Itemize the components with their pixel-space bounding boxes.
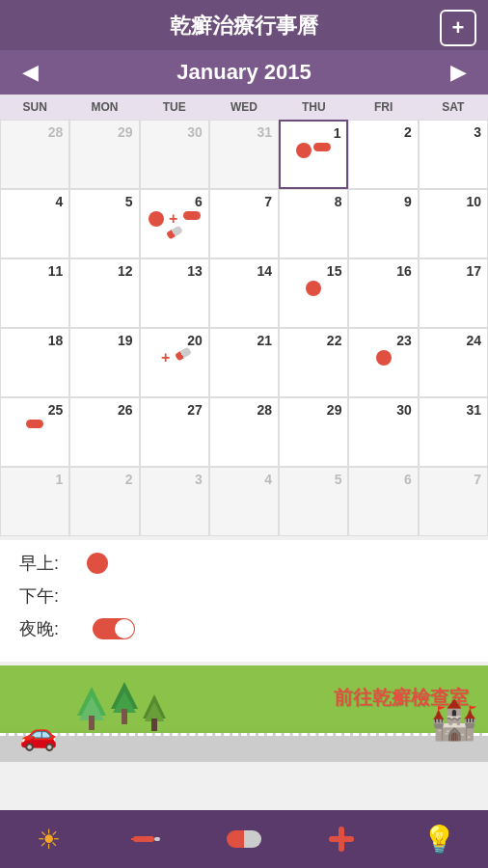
pill-red-icon [313, 143, 331, 151]
svg-rect-8 [151, 719, 157, 731]
morning-row: 早上: [19, 552, 469, 575]
banner-road [0, 733, 488, 762]
tree-1-icon [77, 687, 106, 735]
weekday-sun: SUN [0, 95, 69, 120]
cal-cell[interactable]: 9 [348, 189, 418, 258]
cal-cell[interactable]: 28 [209, 397, 279, 467]
svg-rect-13 [329, 836, 354, 842]
svg-rect-2 [89, 716, 95, 730]
weekday-thu: THU [279, 95, 348, 120]
cal-cell[interactable]: 3 [140, 467, 209, 536]
cal-cell[interactable]: 30 [140, 120, 209, 189]
cal-cell[interactable]: 2 [69, 467, 139, 536]
cal-cell[interactable]: 12 [69, 258, 139, 328]
afternoon-label: 下午: [19, 584, 87, 608]
cal-cell[interactable]: 17 [419, 258, 488, 328]
cal-cell[interactable]: 7 [419, 467, 488, 536]
month-title: January 2015 [176, 60, 311, 85]
cal-cell[interactable]: 6 [348, 467, 418, 536]
info-section: 早上: 下午: 夜晚: [0, 540, 488, 662]
add-button[interactable]: + [440, 10, 476, 46]
cal-cell[interactable]: 19 [69, 328, 139, 397]
dot-red-icon [306, 281, 321, 296]
svg-rect-10 [154, 837, 160, 841]
cell-icons: + [145, 350, 204, 366]
promo-banner[interactable]: 🚗 前往乾癬檢查室 🏰 [0, 665, 488, 762]
morning-label: 早上: [19, 552, 87, 575]
cal-cell[interactable]: 31 [209, 120, 279, 189]
prev-month-button[interactable]: ◀ [15, 60, 44, 85]
afternoon-row: 下午: [19, 584, 469, 608]
pill-red-icon [183, 211, 201, 220]
cal-cell[interactable]: 4 [209, 467, 279, 536]
cell-icons [353, 350, 413, 366]
castle-icon: 🏰 [430, 697, 478, 743]
weekday-header: SUN MON TUE WED THU FRI SAT [0, 95, 488, 120]
cal-cell[interactable]: 11 [0, 258, 69, 328]
cal-cell[interactable]: 3 [419, 120, 488, 189]
cal-cell[interactable]: 22 [279, 328, 348, 397]
pill-red-icon [26, 420, 43, 428]
cal-cell[interactable]: 24 [419, 328, 488, 397]
cal-cell[interactable]: 5 [279, 467, 348, 536]
cal-cell[interactable]: 13 [140, 258, 209, 328]
weekday-mon: MON [69, 95, 139, 120]
cell-icons: + [145, 211, 204, 236]
cal-cell[interactable]: 5 [69, 189, 139, 258]
cal-cell[interactable]: 16 [348, 258, 418, 328]
cross-toolbar-icon[interactable] [317, 815, 366, 863]
cal-cell[interactable]: 23 [348, 328, 418, 397]
cal-cell[interactable]: 2 [348, 120, 418, 189]
month-nav: ◀ January 2015 ▶ [0, 50, 488, 95]
lightbulb-toolbar-icon[interactable]: 💡 [415, 815, 463, 863]
app-title: 乾癬治療行事曆 [170, 14, 318, 38]
cal-cell[interactable]: 6+ [140, 189, 209, 258]
svg-rect-5 [122, 709, 127, 724]
evening-row: 夜晚: [19, 617, 469, 640]
tree-3-icon [143, 694, 166, 735]
cal-cell[interactable]: 29 [279, 397, 348, 467]
cal-cell[interactable]: 14 [209, 258, 279, 328]
cal-cell[interactable]: 1 [279, 120, 348, 189]
cal-cell[interactable]: 15 [279, 258, 348, 328]
svg-rect-9 [133, 836, 154, 842]
morning-dot-icon [87, 553, 108, 574]
cal-cell[interactable]: 18 [0, 328, 69, 397]
calendar-grid: 28293031123456+7891011121314151617181920… [0, 120, 488, 536]
cal-cell[interactable]: 28 [0, 120, 69, 189]
cal-cell[interactable]: 27 [140, 397, 209, 467]
weekday-sat: SAT [419, 95, 488, 120]
cal-cell[interactable]: 29 [69, 120, 139, 189]
cal-cell[interactable]: 25 [0, 397, 69, 467]
syringe-icon [175, 347, 192, 362]
cal-cell[interactable]: 21 [209, 328, 279, 397]
tree-2-icon [111, 682, 138, 735]
pill-toolbar-icon[interactable] [220, 815, 268, 863]
weekday-fri: FRI [348, 95, 418, 120]
dot-red-icon [296, 143, 312, 158]
cal-cell[interactable]: 7 [209, 189, 279, 258]
cell-icons [285, 143, 342, 158]
cal-cell[interactable]: 31 [419, 397, 488, 467]
dot-red-icon [376, 350, 392, 366]
cal-cell[interactable]: 1 [0, 467, 69, 536]
cal-cell[interactable]: 4 [0, 189, 69, 258]
cal-cell[interactable]: 20+ [140, 328, 209, 397]
cal-cell[interactable]: 8 [279, 189, 348, 258]
calendar: SUN MON TUE WED THU FRI SAT 282930311234… [0, 95, 488, 536]
cell-icons [5, 420, 65, 428]
syringe-toolbar-icon[interactable] [122, 815, 171, 863]
sun-toolbar-icon[interactable]: ☀ [25, 815, 73, 863]
cell-icons [284, 281, 343, 296]
dot-red-icon [149, 211, 164, 227]
next-month-button[interactable]: ▶ [444, 60, 473, 85]
cal-cell[interactable]: 30 [348, 397, 418, 467]
evening-toggle[interactable] [93, 618, 135, 639]
cal-cell[interactable]: 10 [419, 189, 488, 258]
cross-red-icon: + [158, 350, 174, 366]
weekday-wed: WED [209, 95, 279, 120]
weekday-tue: TUE [140, 95, 209, 120]
cal-cell[interactable]: 26 [69, 397, 139, 467]
cross-red-icon: + [166, 211, 181, 227]
app-header: 乾癬治療行事曆 + [0, 0, 488, 50]
